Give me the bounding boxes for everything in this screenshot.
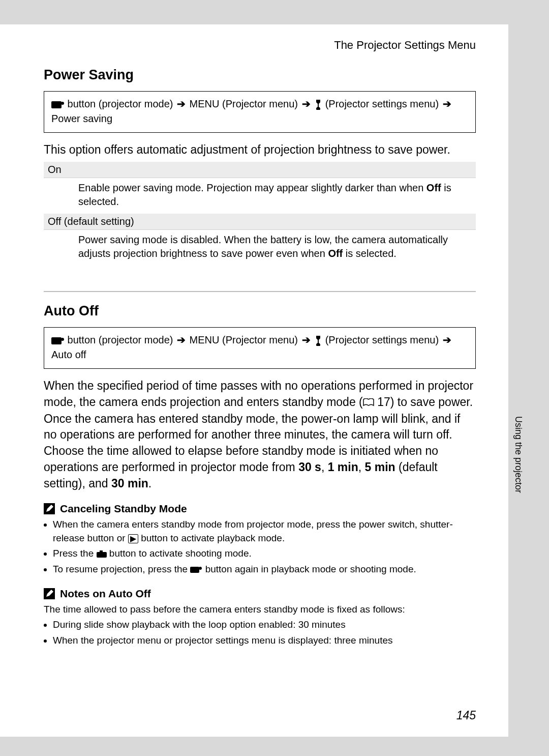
list-item: During slide show playback with the loop… — [53, 618, 476, 632]
list-item: To resume projection, press the button a… — [53, 563, 476, 576]
page-ref-icon — [363, 395, 374, 411]
arrow-icon: ➔ — [302, 97, 311, 111]
heading-auto-off: Auto Off — [44, 303, 476, 319]
svg-rect-4 — [97, 552, 107, 558]
note-pencil-icon — [44, 588, 55, 599]
auto-off-paragraph: When the specified period of time passes… — [44, 378, 476, 491]
section-side-label: Using the projector — [513, 416, 524, 493]
option-desc: Enable power saving mode. Projection may… — [44, 178, 476, 214]
svg-point-7 — [199, 567, 202, 570]
subheading-notes-auto-off: Notes on Auto Off — [44, 588, 476, 600]
list-item: When the camera enters standby mode from… — [53, 518, 476, 545]
projector-button-icon — [51, 336, 65, 345]
page-number: 145 — [456, 709, 476, 722]
arrow-icon: ➔ — [443, 333, 451, 347]
nav-path-auto-off: button (projector mode) ➔ MENU (Projecto… — [44, 327, 476, 369]
options-table: On Enable power saving mode. Projection … — [44, 162, 476, 266]
svg-rect-0 — [51, 101, 62, 108]
svg-rect-6 — [190, 567, 199, 573]
subheading-cancel-standby: Canceling Standby Mode — [44, 503, 476, 515]
note-pencil-icon — [44, 503, 55, 514]
heading-power-saving: Power Saving — [44, 67, 476, 83]
power-saving-intro: This option offers automatic adjustment … — [44, 142, 476, 158]
camera-icon — [97, 550, 107, 558]
cancel-standby-list: When the camera enters standby mode from… — [44, 518, 476, 576]
notes-auto-off-intro: The time allowed to pass before the came… — [44, 603, 476, 617]
menu-label: MENU — [190, 98, 220, 109]
running-head: The Projector Settings Menu — [44, 39, 476, 52]
svg-rect-2 — [51, 337, 62, 344]
svg-point-1 — [61, 102, 64, 105]
manual-page: Using the projector The Projector Settin… — [0, 24, 508, 737]
arrow-icon: ➔ — [177, 333, 186, 347]
settings-wrench-icon — [314, 336, 322, 346]
notes-auto-off-list: During slide show playback with the loop… — [44, 618, 476, 647]
arrow-icon: ➔ — [443, 97, 451, 111]
option-label: On — [44, 162, 476, 178]
svg-point-3 — [61, 338, 64, 341]
option-desc: Power saving mode is disabled. When the … — [44, 230, 476, 266]
arrow-icon: ➔ — [177, 97, 186, 111]
playback-button-icon: ▶ — [128, 534, 138, 543]
arrow-icon: ➔ — [302, 333, 311, 347]
svg-rect-5 — [100, 550, 103, 553]
list-item: Press the button to activate shooting mo… — [53, 547, 476, 561]
projector-button-icon — [51, 100, 65, 109]
menu-label: MENU — [190, 334, 220, 345]
projector-button-icon — [190, 566, 202, 574]
settings-wrench-icon — [314, 100, 322, 110]
section-divider — [44, 291, 476, 292]
option-label: Off (default setting) — [44, 214, 476, 230]
list-item: When the projector menu or projector set… — [53, 634, 476, 648]
nav-path-power-saving: button (projector mode) ➔ MENU (Projecto… — [44, 91, 476, 133]
